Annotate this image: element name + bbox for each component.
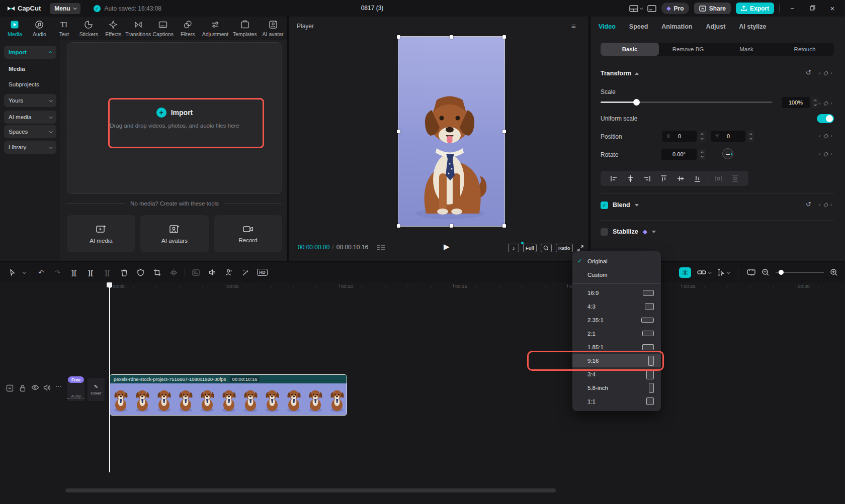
ratio-menu-item-5-8-inch[interactable]: 5.8-inch — [572, 381, 661, 394]
tab-speed[interactable]: Speed — [629, 23, 648, 30]
blend-keyframe[interactable]: ‹◇› — [819, 201, 832, 208]
snap-toggle-button[interactable] — [679, 267, 691, 278]
ratio-menu-item-custom[interactable]: Custom — [572, 268, 661, 281]
sidebar-item-subprojects[interactable]: Subprojects — [9, 81, 39, 87]
tab-transitions[interactable]: Transitions — [126, 20, 151, 37]
zoom-slider-thumb[interactable] — [779, 270, 784, 275]
tab-ai-avatar[interactable]: AI avatar — [259, 20, 287, 37]
tab-audio[interactable]: Audio — [27, 20, 52, 37]
zoom-in-button[interactable] — [830, 268, 838, 276]
align-center-horizontal-icon[interactable] — [622, 175, 639, 182]
preview-quality-button[interactable] — [541, 244, 552, 252]
lock-track-icon[interactable] — [19, 384, 26, 392]
reset-transform-icon[interactable]: ↺ — [806, 69, 811, 76]
tab-templates[interactable]: Templates — [230, 20, 259, 37]
expand-icon[interactable] — [635, 204, 639, 207]
tab-ai-stylize[interactable]: AI stylize — [739, 23, 766, 30]
tab-animation[interactable]: Animation — [661, 23, 692, 30]
panel-toggle-button[interactable] — [647, 5, 656, 12]
scale-keyframe[interactable]: ‹◇› — [819, 99, 832, 107]
subtab-remove-bg[interactable]: Remove BG — [659, 43, 717, 56]
chevron-down-icon[interactable] — [23, 270, 26, 274]
tab-captions[interactable]: Captions — [151, 20, 176, 37]
timeline-scrollbar[interactable] — [65, 488, 556, 492]
subtab-basic[interactable]: Basic — [601, 43, 659, 56]
ratio-button[interactable]: Ratio — [556, 244, 573, 252]
player-menu-icon[interactable]: ≡ — [571, 22, 576, 30]
mute-track-icon[interactable] — [43, 384, 50, 391]
timeline-area[interactable]: 00:0000:0500:1000:1500:2000:2500:30 ⋯ AI… — [0, 282, 845, 504]
delete-button[interactable] — [116, 269, 132, 276]
uniform-scale-toggle[interactable] — [817, 114, 834, 123]
smart-tools-button[interactable] — [237, 269, 254, 276]
align-middle-icon[interactable] — [672, 175, 689, 182]
collapse-icon[interactable] — [635, 72, 639, 75]
selection-handle[interactable] — [502, 130, 506, 133]
ratio-menu-item-4-3[interactable]: 4:3 — [572, 299, 661, 313]
blend-checkbox[interactable]: ✓ — [601, 201, 608, 209]
timeline-view-button[interactable] — [747, 269, 755, 276]
selection-handle[interactable] — [450, 224, 453, 228]
tab-text[interactable]: TI Text — [52, 20, 76, 37]
tiktok-preview-button[interactable]: ♪ — [508, 244, 519, 252]
ai-media-card[interactable]: AI media — [67, 215, 135, 252]
ratio-menu-item-1-1[interactable]: 1:1 — [572, 394, 661, 408]
sidebar-item-yours[interactable]: Yours — [4, 94, 56, 107]
full-button[interactable]: Full — [523, 244, 537, 252]
position-x-stepper[interactable] — [698, 131, 706, 142]
sidebar-item-media[interactable]: Media — [9, 66, 25, 72]
tab-effects[interactable]: Effects — [101, 20, 126, 37]
export-frame-button[interactable] — [188, 269, 204, 276]
clip-list-icon[interactable] — [377, 245, 385, 250]
minimize-button[interactable]: − — [785, 5, 800, 12]
rotate-stepper[interactable] — [698, 149, 706, 160]
sidebar-item-ai-media[interactable]: AI media — [4, 111, 56, 124]
hd-button[interactable]: HD — [254, 269, 271, 276]
rotate-value[interactable]: 0.00° — [661, 149, 697, 160]
subtab-retouch[interactable]: Retouch — [776, 43, 834, 56]
preview-cursor-button[interactable] — [717, 269, 729, 276]
tab-filters[interactable]: Filters — [176, 20, 200, 37]
crop-button[interactable] — [149, 269, 165, 276]
keyframe-control[interactable]: ‹◇› — [819, 69, 832, 76]
position-x-field[interactable]: X 0 — [662, 131, 697, 142]
selection-handle[interactable] — [502, 35, 506, 39]
subtab-mask[interactable]: Mask — [717, 43, 776, 56]
tab-media[interactable]: Media — [3, 20, 27, 37]
ratio-menu-item-16-9[interactable]: 16:9 — [572, 286, 661, 299]
reset-blend-icon[interactable]: ↺ — [806, 200, 811, 208]
record-card[interactable]: Record — [214, 215, 282, 252]
tab-stickers[interactable]: Stickers — [76, 20, 101, 37]
sidebar-item-library[interactable]: Library — [4, 141, 56, 154]
extract-audio-button[interactable] — [204, 269, 221, 276]
position-y-stepper[interactable] — [747, 131, 754, 142]
timeline-clip[interactable]: pexels-rdne-stock-project-7516667-1080x1… — [110, 374, 347, 416]
redo-button[interactable]: ↷ — [49, 269, 66, 276]
scale-slider-thumb[interactable] — [633, 99, 640, 106]
zoom-out-button[interactable] — [762, 268, 770, 276]
timeline-zoom-slider[interactable] — [776, 269, 824, 276]
tab-video[interactable]: Video — [599, 23, 616, 30]
ratio-menu-item-original[interactable]: ✓Original — [572, 254, 661, 268]
share-button[interactable]: Share — [694, 3, 731, 14]
playhead-line[interactable] — [109, 282, 110, 472]
position-y-field[interactable]: Y 0 — [711, 131, 745, 142]
sidebar-item-import[interactable]: Import — [4, 46, 56, 59]
expand-icon[interactable] — [652, 231, 656, 233]
play-button[interactable]: ▶ — [444, 242, 450, 251]
preview-image[interactable] — [398, 37, 504, 226]
hide-track-icon[interactable] — [31, 384, 39, 390]
undo-button[interactable]: ↶ — [33, 269, 49, 276]
select-tool-button[interactable] — [4, 269, 21, 276]
rotate-keyframe[interactable]: ‹◇› — [819, 150, 832, 157]
fullscreen-button[interactable] — [577, 245, 584, 252]
ratio-menu-item-2-1[interactable]: 2:1 — [572, 327, 661, 340]
position-keyframe[interactable]: ‹◇› — [819, 132, 832, 139]
resolution-layout-button[interactable] — [629, 5, 642, 12]
selection-handle[interactable] — [450, 35, 453, 39]
align-left-icon[interactable] — [606, 175, 622, 182]
stabilize-checkbox[interactable] — [601, 228, 608, 236]
ratio-menu-item-2-35-1[interactable]: 2.35:1 — [572, 313, 661, 327]
rotate-knob[interactable] — [722, 148, 733, 159]
more-track-options-icon[interactable]: ⋯ — [55, 382, 62, 390]
